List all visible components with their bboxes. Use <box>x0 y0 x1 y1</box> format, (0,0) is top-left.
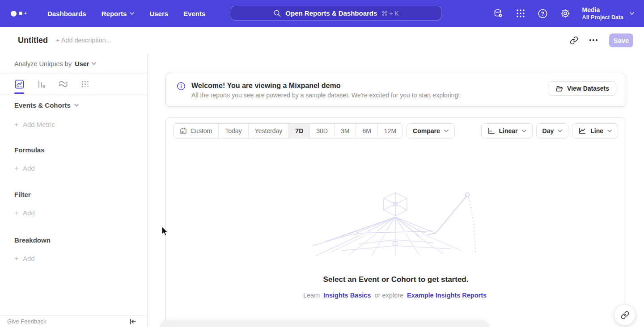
search-placeholder: Open Reports & Dashboards <box>285 9 377 17</box>
ellipsis-icon <box>589 39 597 41</box>
chevron-down-icon <box>444 130 449 133</box>
add-metric-button[interactable]: + Add Metric <box>14 121 147 128</box>
range-custom-label: Custom <box>191 127 212 134</box>
search-icon <box>273 9 281 17</box>
add-filter-button[interactable]: + Add <box>14 209 147 217</box>
search-shortcut: ⌘ + K <box>381 10 398 17</box>
add-filter-label: Add <box>23 209 35 217</box>
range-3m[interactable]: 3M <box>335 124 356 138</box>
share-link-floating-button[interactable] <box>614 304 636 326</box>
range-yesterday[interactable]: Yesterday <box>249 124 289 138</box>
nav-users[interactable]: Users <box>144 6 174 21</box>
range-7d[interactable]: 7D <box>289 124 310 138</box>
breakdown-label: Breakdown <box>14 236 51 244</box>
primary-nav: Dashboards Reports Users Events <box>42 6 211 21</box>
project-name: Media <box>582 6 623 14</box>
scale-button[interactable]: Linear <box>481 123 533 138</box>
empty-state-title: Select an Event or Cohort to get started… <box>166 275 626 284</box>
chart-type-button[interactable]: Line <box>572 123 618 138</box>
settings-gear-icon[interactable] <box>560 8 571 19</box>
tab-insights[interactable] <box>14 74 24 94</box>
more-options-button[interactable] <box>586 33 601 48</box>
mixpanel-logo-icon[interactable] <box>11 11 26 17</box>
add-breakdown-button[interactable]: + Add <box>14 255 147 262</box>
axis-linear-icon <box>487 127 495 134</box>
compare-label: Compare <box>413 127 440 134</box>
range-yesterday-label: Yesterday <box>255 127 283 134</box>
apps-grid-icon[interactable] <box>515 8 526 19</box>
save-button[interactable]: Save <box>609 34 633 47</box>
add-formula-button[interactable]: + Add <box>14 164 147 172</box>
tab-retention[interactable] <box>80 74 90 94</box>
tab-funnels[interactable] <box>36 74 46 94</box>
welcome-banner: Welcome! You are viewing a Mixpanel demo… <box>165 73 626 107</box>
range-custom[interactable]: Custom <box>174 124 219 138</box>
info-icon <box>177 82 186 91</box>
calendar-icon <box>180 127 187 134</box>
chevron-down-icon <box>630 12 634 15</box>
nav-events[interactable]: Events <box>178 6 211 21</box>
analyze-value-dropdown[interactable]: User <box>75 60 96 67</box>
events-cohorts-label: Events & Cohorts <box>14 101 71 109</box>
range-12m[interactable]: 12M <box>378 124 402 138</box>
empty-state-illustration <box>313 189 479 257</box>
chart-type-label: Line <box>590 127 603 134</box>
learn-text: Learn <box>303 292 320 299</box>
report-description-placeholder[interactable]: + Add description... <box>56 37 111 44</box>
nav-reports[interactable]: Reports <box>96 6 140 21</box>
range-3m-label: 3M <box>341 127 349 134</box>
nav-users-label: Users <box>149 10 168 17</box>
plus-icon: + <box>14 255 19 262</box>
chevron-down-icon <box>522 130 526 133</box>
granularity-label: Day <box>542 127 554 134</box>
range-12m-label: 12M <box>384 127 396 134</box>
link-icon <box>621 311 629 319</box>
nav-dashboards-label: Dashboards <box>47 10 86 17</box>
analyze-value: User <box>75 60 89 67</box>
nav-dashboards[interactable]: Dashboards <box>42 6 92 21</box>
collapse-sidebar-button[interactable] <box>129 319 136 325</box>
insights-chart-icon <box>15 80 24 89</box>
top-nav: Dashboards Reports Users Events Open Rep… <box>0 0 644 27</box>
help-icon[interactable]: ? <box>538 8 548 19</box>
chevron-down-icon <box>130 12 134 15</box>
compare-button[interactable]: Compare <box>407 123 455 138</box>
banner-title: Welcome! You are viewing a Mixpanel demo <box>191 81 460 90</box>
report-main: Welcome! You are viewing a Mixpanel demo… <box>148 54 644 327</box>
range-today-label: Today <box>225 127 242 134</box>
folder-icon <box>555 84 563 92</box>
events-cohorts-title[interactable]: Events & Cohorts <box>14 101 147 109</box>
add-metric-label: Add Metric <box>23 121 55 128</box>
report-title[interactable]: Untitled <box>18 36 48 45</box>
link-icon <box>570 36 578 45</box>
plus-icon: + <box>14 164 19 172</box>
give-feedback-link[interactable]: Give Feedback <box>7 318 46 325</box>
insights-basics-link[interactable]: Insights Basics <box>323 292 371 299</box>
range-30d[interactable]: 30D <box>310 124 335 138</box>
example-insights-reports-link[interactable]: Example Insights Reports <box>407 292 487 299</box>
granularity-button[interactable]: Day <box>536 123 569 138</box>
range-7d-label: 7D <box>295 127 303 134</box>
data-management-icon[interactable] <box>493 8 504 19</box>
plus-icon: + <box>14 209 19 217</box>
copy-link-button[interactable] <box>566 33 581 48</box>
section-events-cohorts: Events & Cohorts + Add Metric <box>0 101 147 128</box>
banner-subtitle: All the reports you see are powered by a… <box>191 92 460 99</box>
empty-state-links: Learn Insights Basics or explore Example… <box>166 292 626 299</box>
chart-toolbar: Custom Today Yesterday 7D 30D 3M 6M 12M … <box>166 118 626 138</box>
range-today[interactable]: Today <box>219 124 248 138</box>
global-search-input[interactable]: Open Reports & Dashboards ⌘ + K <box>231 6 441 21</box>
tab-flows[interactable] <box>58 74 68 94</box>
analyze-label: Analyze Uniques by <box>14 60 72 67</box>
range-30d-label: 30D <box>316 127 328 134</box>
chevron-down-icon <box>74 104 79 107</box>
view-datasets-button[interactable]: View Datasets <box>548 81 616 96</box>
project-switcher[interactable]: Media All Project Data <box>582 6 634 21</box>
chevron-down-icon <box>558 130 562 133</box>
range-6m[interactable]: 6M <box>356 124 377 138</box>
bar-chart-icon <box>37 80 46 89</box>
chevron-down-icon <box>607 130 612 133</box>
formulas-label: Formulas <box>14 146 45 154</box>
add-breakdown-label: Add <box>23 255 35 262</box>
line-chart-icon <box>578 127 586 134</box>
